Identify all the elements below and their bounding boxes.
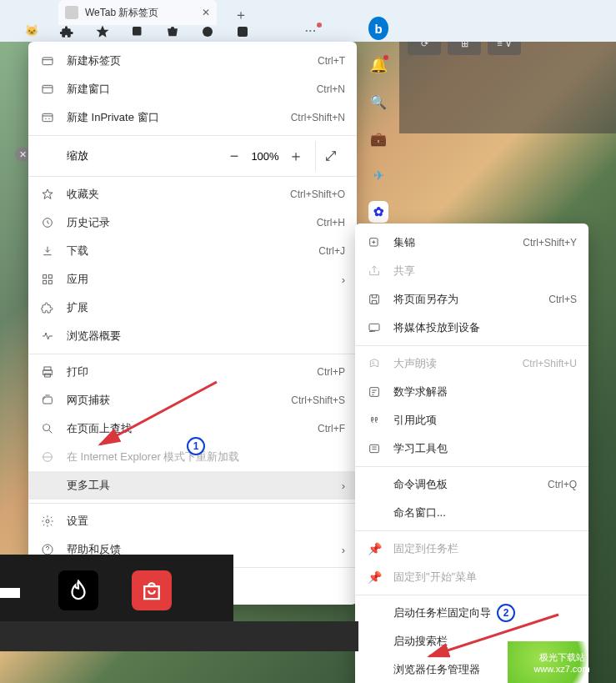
svg-rect-0 — [133, 27, 142, 36]
puzzle-icon[interactable] — [60, 24, 75, 39]
svg-point-18 — [46, 520, 49, 523]
menu-item-label: 下载 — [67, 244, 318, 259]
chevron-right-icon: › — [342, 274, 345, 286]
menu-more-tools[interactable]: 更多工具› — [28, 471, 357, 500]
math-icon — [367, 385, 382, 399]
bing-chat-icon[interactable]: b — [368, 18, 388, 38]
menu-cmd-palette[interactable]: 命令调色板Ctrl+Q — [355, 470, 588, 499]
notification-icon[interactable]: 🔔 — [368, 55, 388, 75]
menu-item-shortcut: Ctrl+J — [318, 245, 345, 257]
menu-item-label: 新建窗口 — [67, 82, 317, 97]
extension-icon[interactable]: 🐱 — [25, 24, 40, 39]
svg-rect-5 — [43, 85, 53, 93]
save-icon — [367, 293, 382, 306]
menu-item-shortcut: Ctrl+P — [317, 366, 345, 378]
white-edge — [0, 588, 20, 598]
menu-button[interactable]: ··· — [305, 24, 320, 39]
favorites-icon[interactable] — [95, 24, 110, 39]
svg-rect-14 — [45, 374, 51, 377]
menu-math[interactable]: 数学求解器 — [355, 378, 588, 406]
menu-essentials[interactable]: 浏览器概要 — [28, 322, 357, 350]
apps-icon — [40, 273, 55, 286]
browser-chrome: WeTab 新标签页 ✕ ＋ 🐱 ··· — [0, 0, 616, 42]
menu-item-label: 启动任务栏固定向导 — [393, 605, 577, 620]
profile-avatar[interactable] — [270, 24, 285, 39]
star-icon — [40, 188, 55, 201]
app-icon-bag[interactable] — [132, 570, 172, 610]
menu-item-label: 应用 — [67, 272, 335, 287]
menu-item-label: 新建标签页 — [67, 53, 318, 68]
menu-save-as[interactable]: 将页面另存为Ctrl+S — [355, 285, 588, 314]
notification-dot-icon — [383, 55, 388, 60]
svg-point-1 — [203, 27, 213, 37]
read-icon: A — [367, 357, 382, 370]
search-icon[interactable]: 🔍 — [368, 92, 388, 112]
watermark-line1: 极光下载站 — [539, 651, 585, 664]
capture-icon — [40, 394, 55, 407]
menu-item-shortcut: Ctrl+Q — [548, 479, 577, 490]
menu-item-label: 打印 — [67, 364, 317, 379]
svg-rect-10 — [43, 280, 47, 284]
zoom-in-button[interactable]: ＋ — [283, 143, 308, 168]
menu-item-label: 更多工具 — [67, 478, 335, 493]
menu-new-tab[interactable]: 新建标签页Ctrl+T — [28, 47, 357, 75]
notification-dot-icon — [317, 23, 322, 28]
menu-item-shortcut: Ctrl+Shift+N — [291, 112, 345, 123]
menu-apps[interactable]: 应用› — [28, 265, 357, 294]
menu-collections[interactable]: 集锦Ctrl+Shift+Y — [355, 229, 588, 257]
gear-icon — [40, 515, 55, 528]
menu-favorites[interactable]: 收藏夹Ctrl+Shift+O — [28, 180, 357, 208]
app-icon-flame[interactable] — [58, 570, 98, 610]
fullscreen-button[interactable] — [315, 141, 345, 171]
menu-taskbar-guide[interactable]: 启动任务栏固定向导 — [355, 599, 588, 627]
send-icon[interactable]: ✈ — [368, 165, 388, 185]
app-icon[interactable] — [235, 24, 250, 39]
tab-close-icon[interactable]: ✕ — [202, 7, 210, 18]
learn-icon — [367, 442, 382, 455]
svg-rect-11 — [48, 280, 52, 284]
pin-icon: 📌 — [367, 542, 382, 555]
annotation-badge-2: 2 — [497, 604, 515, 622]
menu-print[interactable]: 打印Ctrl+P — [28, 358, 357, 386]
zoom-out-button[interactable]: − — [222, 143, 247, 168]
print-icon — [40, 365, 55, 379]
menu-item-label: 将页面另存为 — [393, 292, 548, 307]
menu-name-window[interactable]: 命名窗口... — [355, 499, 588, 527]
menu-item-label: 集锦 — [393, 235, 523, 250]
menu-item-label: 将媒体投放到设备 — [393, 320, 577, 335]
menu-item-label: 大声朗读 — [393, 356, 523, 371]
menu-item-label: 设置 — [67, 514, 345, 529]
svg-rect-12 — [44, 367, 51, 370]
menu-new-inprivate[interactable]: 新建 InPrivate 窗口Ctrl+Shift+N — [28, 103, 357, 132]
zoom-row: 缩放 − 100% ＋ — [28, 139, 357, 173]
menu-downloads[interactable]: 下载Ctrl+J — [28, 237, 357, 265]
zoom-value: 100% — [247, 150, 283, 163]
menu-new-window[interactable]: 新建窗口Ctrl+N — [28, 75, 357, 103]
svg-rect-24 — [370, 388, 379, 397]
menu-item-label: 命令调色板 — [393, 477, 548, 492]
menu-cite[interactable]: 引用此项 — [355, 406, 588, 434]
ie-mode-icon[interactable] — [200, 24, 215, 39]
work-icon[interactable]: 💼 — [368, 128, 388, 148]
menu-cast[interactable]: 将媒体投放到设备 — [355, 314, 588, 342]
menu-learn[interactable]: 学习工具包 — [355, 434, 588, 463]
menu-capture[interactable]: 网页捕获Ctrl+Shift+S — [28, 386, 357, 414]
shopping-icon[interactable] — [165, 24, 180, 39]
svg-rect-9 — [48, 275, 52, 279]
pulse-icon — [40, 329, 55, 343]
baidu-icon[interactable]: ✿ — [368, 202, 388, 222]
menu-item-label: 浏览器概要 — [67, 329, 345, 344]
menu-pin-start: 📌固定到"开始"菜单 — [355, 563, 588, 591]
menu-settings[interactable]: 设置 — [28, 507, 357, 535]
taskbar — [0, 621, 358, 651]
ie-icon — [40, 450, 55, 464]
find-icon — [40, 422, 55, 435]
watermark: 极光下载站 www.xz7.com — [508, 641, 616, 683]
menu-item-shortcut: Ctrl+F — [318, 423, 345, 434]
menu-item-label: 历史记录 — [67, 215, 317, 230]
pin-icon: 📌 — [367, 570, 382, 584]
collections-icon[interactable] — [130, 24, 145, 39]
menu-item-shortcut: Ctrl+Shift+Y — [523, 237, 577, 249]
menu-extensions[interactable]: 扩展 — [28, 294, 357, 322]
menu-history[interactable]: 历史记录Ctrl+H — [28, 208, 357, 237]
